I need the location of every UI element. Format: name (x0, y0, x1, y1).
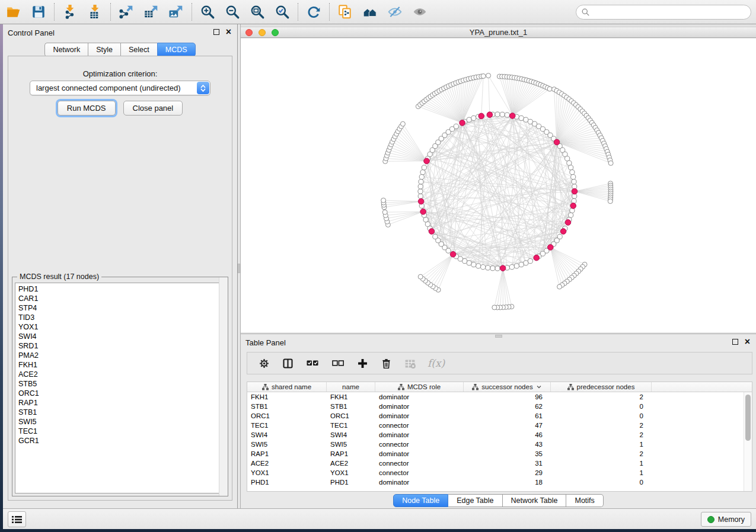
zoom-selected-icon[interactable] (270, 1, 295, 23)
table-row[interactable]: TEC1TEC1connector472 (247, 421, 752, 430)
mcds-result-item[interactable]: PMA2 (15, 351, 225, 360)
table-row[interactable]: FKH1FKH1dominator962 (247, 392, 752, 402)
control-panel-title: Control Panel (8, 28, 55, 37)
search-input[interactable] (590, 7, 751, 18)
show-all-icon[interactable] (407, 1, 432, 23)
table-cell: YOX1 (327, 468, 375, 477)
table-cell: YOX1 (247, 468, 327, 477)
mcds-result-item[interactable]: SWI5 (15, 417, 225, 427)
window-close-button[interactable] (245, 29, 253, 36)
mcds-result-item[interactable]: STB1 (15, 408, 225, 417)
mcds-result-item[interactable]: SRD1 (15, 341, 225, 351)
table-row[interactable]: RAP1RAP1dominator352 (247, 449, 752, 459)
export-image-icon[interactable] (164, 1, 189, 23)
copy-network-icon[interactable] (333, 1, 358, 23)
horizontal-splitter-grip[interactable] (495, 335, 502, 338)
mcds-result-item[interactable]: TID3 (15, 313, 225, 322)
close-panel-button[interactable]: Close panel (123, 101, 183, 116)
table-row[interactable]: ACE2ACE2connector311 (247, 459, 752, 468)
mcds-result-item[interactable]: STB5 (15, 379, 225, 389)
float-table-panel-icon[interactable] (732, 339, 738, 345)
tab-style[interactable]: Style (88, 43, 120, 57)
table-cell: connector (375, 459, 464, 468)
network-window-titlebar[interactable]: YPA_prune.txt_1 (241, 27, 756, 38)
table-row[interactable]: ORC1ORC1dominator610 (247, 411, 752, 421)
table-scrollbar-thumb[interactable] (745, 395, 751, 441)
window-minimize-button[interactable] (259, 29, 266, 36)
table-row[interactable]: SWI5SWI5connector431 (247, 440, 752, 449)
table-scrollbar[interactable] (744, 392, 752, 491)
refresh-icon[interactable] (301, 1, 326, 23)
close-table-panel-icon[interactable]: × (745, 339, 750, 345)
mcds-result-item[interactable]: YOX1 (15, 322, 225, 332)
table-cell: 1 (551, 459, 652, 468)
search-box[interactable] (576, 5, 751, 20)
memory-button[interactable]: Memory (701, 512, 751, 527)
mcds-result-item[interactable]: STP4 (15, 303, 225, 313)
task-history-button[interactable] (8, 511, 26, 527)
result-list-scrollbar[interactable] (219, 277, 228, 496)
delete-row-icon[interactable] (380, 357, 393, 370)
table-cell: FKH1 (247, 392, 327, 402)
table-row[interactable]: SWI4SWI4dominator462 (247, 430, 752, 440)
tab-select[interactable]: Select (120, 43, 157, 57)
mcds-result-item[interactable]: ORC1 (15, 389, 225, 398)
tab-mcds[interactable]: MCDS (157, 43, 196, 57)
save-session-icon[interactable] (26, 1, 51, 23)
tab-network-table[interactable]: Network Table (503, 494, 567, 507)
control-panel: Control Panel × NetworkStyleSelectMCDS O… (3, 24, 238, 508)
show-columns-icon[interactable] (282, 357, 294, 370)
zoom-out-icon[interactable] (220, 1, 245, 23)
table-toolbar: f(x) (247, 352, 752, 374)
column-header-successor-nodes[interactable]: successor nodes (464, 382, 551, 392)
mcds-result-item[interactable]: SWI4 (15, 332, 225, 341)
mcds-result-item[interactable]: RAP1 (15, 398, 225, 408)
select-all-icon[interactable] (305, 356, 320, 370)
column-header-name[interactable]: name (327, 382, 375, 392)
open-file-icon[interactable] (1, 1, 26, 23)
table-row[interactable]: YOX1YOX1connector291 (247, 468, 752, 477)
zoom-fit-icon[interactable] (245, 1, 270, 23)
deselect-all-icon[interactable] (331, 356, 345, 370)
table-cell: SWI4 (247, 430, 327, 440)
table-cell: 18 (464, 477, 551, 487)
table-row[interactable]: STB1STB1dominator620 (247, 402, 752, 411)
float-panel-icon[interactable] (213, 29, 219, 35)
mcds-result-item[interactable]: TEC1 (15, 427, 225, 436)
optimization-criterion-select[interactable]: largest connected component (undirected) (30, 81, 210, 95)
network-canvas[interactable] (241, 39, 756, 332)
table-cell: 0 (551, 477, 652, 487)
tab-node-table[interactable]: Node Table (393, 494, 448, 507)
close-panel-icon[interactable]: × (226, 29, 231, 35)
run-mcds-button[interactable]: Run MCDS (58, 101, 116, 116)
table-row[interactable]: PHD1PHD1dominator180 (247, 477, 752, 487)
mcds-result-item[interactable]: CAR1 (15, 294, 225, 303)
column-header-MCDS-role[interactable]: MCDS role (375, 382, 464, 392)
mcds-result-item[interactable]: PHD1 (15, 284, 225, 294)
mcds-result-item[interactable]: ACE2 (15, 370, 225, 379)
table-cell: 47 (464, 421, 551, 430)
tab-edge-table[interactable]: Edge Table (448, 494, 502, 507)
export-table-icon[interactable] (139, 1, 164, 23)
import-network-icon[interactable] (58, 1, 82, 23)
splitter-grip[interactable] (238, 264, 240, 273)
table-cell: dominator (375, 411, 464, 421)
import-table-icon[interactable] (82, 1, 107, 23)
zoom-in-icon[interactable] (195, 1, 220, 23)
mcds-result-item[interactable]: FKH1 (15, 360, 225, 370)
window-maximize-button[interactable] (272, 29, 279, 36)
optimization-criterion-label: Optimization criterion: (8, 69, 232, 78)
hide-selected-icon[interactable] (382, 1, 407, 23)
column-header-shared-name[interactable]: shared name (247, 382, 327, 392)
export-network-icon[interactable] (114, 1, 139, 23)
table-panel-title: Table Panel (245, 338, 286, 347)
settings-gear-icon[interactable] (258, 357, 270, 370)
column-header-predecessor-nodes[interactable]: predecessor nodes (551, 382, 652, 392)
add-row-icon[interactable] (356, 357, 369, 370)
tab-network[interactable]: Network (44, 43, 88, 57)
tab-motifs[interactable]: Motifs (566, 494, 603, 507)
network-graph[interactable] (241, 39, 756, 332)
column-header-filler (652, 382, 752, 392)
first-neighbors-icon[interactable] (358, 1, 382, 23)
mcds-result-item[interactable]: GCR1 (15, 436, 225, 446)
